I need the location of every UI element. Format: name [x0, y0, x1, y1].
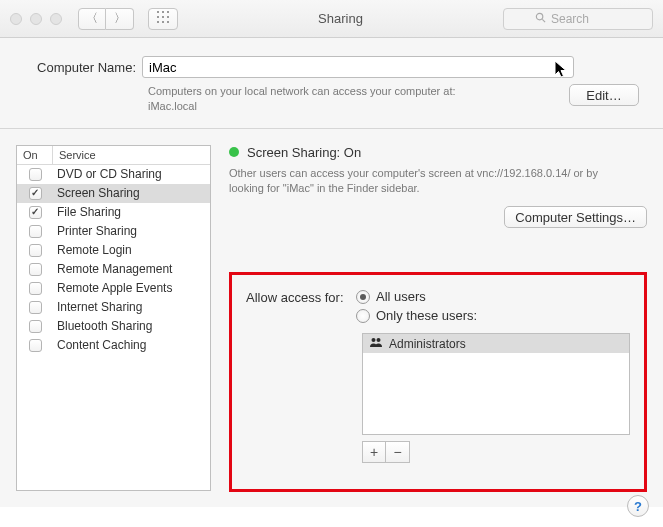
services-header-service: Service — [53, 146, 102, 164]
service-checkbox[interactable] — [29, 206, 42, 219]
close-window-dot[interactable] — [10, 13, 22, 25]
search-input[interactable] — [551, 12, 621, 26]
zoom-window-dot[interactable] — [50, 13, 62, 25]
service-label: Remote Login — [53, 243, 132, 257]
service-checkbox[interactable] — [29, 339, 42, 352]
service-label: DVD or CD Sharing — [53, 167, 162, 181]
computer-name-subtext: Computers on your local network can acce… — [148, 84, 557, 114]
service-row[interactable]: Bluetooth Sharing — [17, 317, 210, 336]
service-label: Printer Sharing — [53, 224, 137, 238]
sharing-main: On Service DVD or CD SharingScreen Shari… — [0, 129, 663, 507]
search-icon — [535, 12, 546, 26]
svg-rect-4 — [162, 16, 164, 18]
radio-only-these-users[interactable] — [356, 309, 370, 323]
show-all-button[interactable] — [148, 8, 178, 30]
radio-all-users-label: All users — [376, 289, 426, 304]
status-title: Screen Sharing: On — [247, 145, 361, 160]
remove-user-button[interactable]: − — [386, 441, 410, 463]
svg-rect-2 — [167, 11, 169, 13]
svg-rect-0 — [157, 11, 159, 13]
services-header: On Service — [17, 146, 210, 165]
traffic-lights — [10, 13, 62, 25]
radio-only-these-users-label: Only these users: — [376, 308, 477, 323]
service-checkbox[interactable] — [29, 244, 42, 257]
computer-name-section: Computer Name: Computers on your local n… — [0, 38, 663, 129]
service-label: Screen Sharing — [53, 186, 140, 200]
status-description: Other users can access your computer's s… — [229, 166, 629, 197]
nav-buttons: 〈 〉 — [78, 8, 134, 30]
service-row[interactable]: Internet Sharing — [17, 298, 210, 317]
window-titlebar: 〈 〉 Sharing — [0, 0, 663, 38]
allow-access-label: Allow access for: — [246, 289, 356, 305]
grid-icon — [157, 11, 169, 26]
svg-rect-8 — [167, 21, 169, 23]
service-row[interactable]: Printer Sharing — [17, 222, 210, 241]
svg-rect-5 — [167, 16, 169, 18]
minimize-window-dot[interactable] — [30, 13, 42, 25]
service-label: Remote Apple Events — [53, 281, 172, 295]
service-label: Bluetooth Sharing — [53, 319, 152, 333]
service-checkbox[interactable] — [29, 263, 42, 276]
window-title: Sharing — [186, 11, 495, 26]
service-row[interactable]: Content Caching — [17, 336, 210, 355]
forward-button[interactable]: 〉 — [106, 8, 134, 30]
svg-point-11 — [372, 338, 376, 342]
service-checkbox[interactable] — [29, 301, 42, 314]
people-icon — [369, 337, 383, 351]
svg-point-9 — [536, 13, 542, 19]
service-checkbox[interactable] — [29, 282, 42, 295]
computer-name-input[interactable] — [142, 56, 574, 78]
service-checkbox[interactable] — [29, 225, 42, 238]
service-row[interactable]: Remote Login — [17, 241, 210, 260]
service-detail: Screen Sharing: On Other users can acces… — [211, 145, 647, 491]
svg-rect-3 — [157, 16, 159, 18]
computer-name-label: Computer Name: — [24, 60, 142, 75]
service-label: File Sharing — [53, 205, 121, 219]
svg-rect-7 — [162, 21, 164, 23]
users-list[interactable]: Administrators — [362, 333, 630, 435]
back-button[interactable]: 〈 — [78, 8, 106, 30]
svg-rect-6 — [157, 21, 159, 23]
access-highlight-box: Allow access for: All users Only these u… — [229, 272, 647, 492]
service-row[interactable]: Remote Management — [17, 260, 210, 279]
chevron-left-icon: 〈 — [86, 10, 98, 27]
service-row[interactable]: Remote Apple Events — [17, 279, 210, 298]
service-row[interactable]: File Sharing — [17, 203, 210, 222]
svg-point-12 — [377, 338, 381, 342]
service-checkbox[interactable] — [29, 320, 42, 333]
services-table: On Service DVD or CD SharingScreen Shari… — [16, 145, 211, 491]
service-label: Content Caching — [53, 338, 146, 352]
svg-line-10 — [542, 19, 545, 22]
radio-all-users[interactable] — [356, 290, 370, 304]
user-row[interactable]: Administrators — [363, 334, 629, 353]
service-checkbox[interactable] — [29, 187, 42, 200]
service-label: Remote Management — [53, 262, 172, 276]
services-header-on: On — [17, 146, 53, 164]
computer-settings-button[interactable]: Computer Settings… — [504, 206, 647, 228]
chevron-right-icon: 〉 — [114, 10, 126, 27]
status-indicator-icon — [229, 147, 239, 157]
service-row[interactable]: Screen Sharing — [17, 184, 210, 203]
add-user-button[interactable]: + — [362, 441, 386, 463]
search-field[interactable] — [503, 8, 653, 30]
service-label: Internet Sharing — [53, 300, 142, 314]
user-row-label: Administrators — [389, 337, 466, 351]
service-row[interactable]: DVD or CD Sharing — [17, 165, 210, 184]
svg-rect-1 — [162, 11, 164, 13]
service-checkbox[interactable] — [29, 168, 42, 181]
edit-hostname-button[interactable]: Edit… — [569, 84, 639, 106]
help-button[interactable]: ? — [627, 495, 649, 517]
